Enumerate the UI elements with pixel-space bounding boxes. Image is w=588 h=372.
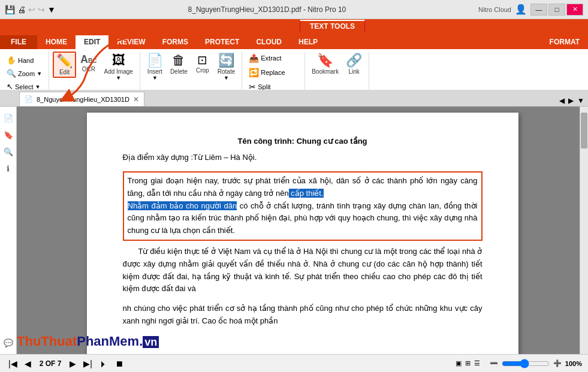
maximize-button[interactable]: □ [548,4,565,16]
bookmark-icon: 🔖 [317,54,333,67]
zoom-level: 100% [565,360,582,367]
extract-button[interactable]: 📤 Extract [246,52,284,65]
rotate-icon: 🔄 [218,54,234,67]
tab-forms[interactable]: FORMS [154,35,197,49]
document-tab-bar: 📄 8_NguyenTrungHieu_XD1301D ✕ ◀ ▶ ▼ [0,90,588,107]
watermark-thuat: Thuat [41,334,77,349]
document-tab[interactable]: 📄 8_NguyenTrungHieu_XD1301D ✕ [19,92,144,106]
view-double-icon[interactable]: ⊞ [465,359,471,367]
minimize-button[interactable]: — [530,4,547,16]
text-images-buttons: ✏️ Edit ABC OCR 🖼 Add Image ▼ [53,52,136,91]
ocr-button[interactable]: ABC OCR [77,52,99,74]
sidebar-search-icon[interactable]: 🔍 [2,145,15,158]
hand-tool-button[interactable]: ✋ Hand [4,54,45,66]
zoom-tool-button[interactable]: 🔍 Zoom ▼ [4,67,45,80]
insert-button[interactable]: 📄 Insert ▼ [144,52,166,83]
edit-icon: ✏️ [56,55,73,68]
user-avatar[interactable]: 👤 [515,4,527,15]
rotate-button[interactable]: 🔄 Rotate ▼ [215,52,238,83]
window-title: 8_NguyenTrungHieu_XD1301D.pdf - Nitro Pr… [56,5,478,14]
redo-icon[interactable]: ↪ [38,5,45,14]
replace-button[interactable]: 🔁 Replace [246,66,288,79]
prev-page-button[interactable]: ◀ [22,358,34,370]
page-info: 2 OF 7 [40,359,62,368]
replace-icon: 🔁 [249,68,259,77]
watermark-phan: Phan [77,334,109,349]
sidebar-comment-icon[interactable]: 💬 [2,336,15,349]
zoom-out-button[interactable]: ➖ [490,359,498,367]
stop-button[interactable]: ⏹ [113,358,126,370]
watermark-vn: vn [143,336,159,348]
paragraph2: Từ điều kiện thực tế ở Việt Nam và cụ th… [123,246,483,295]
tab-protect[interactable]: PROTECT [197,35,248,49]
doc-title: Tên công trình: Chung cư cao tầng [123,137,483,146]
view-single-icon[interactable]: ▣ [456,359,462,367]
page-marks-row1: 📤 Extract [246,52,288,65]
first-page-button[interactable]: |◀ [6,358,20,370]
zoom-slider[interactable] [502,359,550,368]
para1-highlighted: cấp thiết. [289,189,324,198]
undo-icon[interactable]: ↩ [28,5,35,14]
link-icon: 🔗 [346,54,362,67]
play-button[interactable]: ⏵ [97,358,110,370]
insert-dropdown-icon[interactable]: ▼ [152,75,158,81]
title-bar-left-icons: 💾 🖨 ↩ ↪ ▼ [5,5,56,14]
delete-icon: 🗑 [172,54,185,67]
close-button[interactable]: ✕ [566,4,583,16]
customize-icon[interactable]: ▼ [47,5,56,14]
pdf-page: Tên công trình: Chung cư cao tầng Địa đi… [87,113,518,354]
add-image-button[interactable]: 🖼 Add Image ▼ [101,52,136,83]
save-icon[interactable]: 💾 [5,5,15,14]
page-navigation: |◀ ◀ 2 OF 7 ▶ ▶| ⏵ ⏹ [6,358,126,370]
zoom-in-button[interactable]: ➕ [553,359,562,367]
tab-edit[interactable]: EDIT [76,35,108,49]
selected-text-block: Trong giai đoạn hiện nay, trước sự phát … [123,171,483,241]
watermark-mem: Mem [109,334,139,349]
vertical-scrollbar[interactable] [580,107,588,354]
add-image-icon: 🖼 [112,54,125,67]
tab-scroll-right[interactable]: ▶ [567,95,575,106]
delete-button[interactable]: 🗑 Delete [167,52,191,77]
sidebar-bookmarks-icon[interactable]: 🔖 [2,128,15,141]
tab-scroll-left[interactable]: ◀ [558,95,566,106]
pages-buttons: 📄 Insert ▼ 🗑 Delete ⊡ Crop 🔄 Rotate ▼ [144,52,238,91]
status-right: ▣ ⊞ ☰ ➖ ➕ 100% [456,359,582,368]
print-icon[interactable]: 🖨 [17,5,26,14]
ribbon-tabs: FILE HOME EDIT REVIEW FORMS PROTECT CLOU… [0,32,588,49]
zoom-icon: 🔍 [7,69,16,78]
tab-help[interactable]: HELP [290,35,326,49]
bookmark-button[interactable]: 🔖 Bookmark [309,52,342,77]
add-image-dropdown-icon[interactable]: ▼ [116,75,121,81]
link-button[interactable]: 🔗 Link [343,52,365,77]
last-page-button[interactable]: ▶| [81,358,95,370]
text-tools-indicator: TEXT TOOLS [0,19,588,32]
tab-close-button[interactable]: ✕ [133,95,139,104]
text-tools-tab[interactable]: TEXT TOOLS [300,20,365,32]
tab-scroll-controls: ◀ ▶ ▼ [558,95,586,106]
hand-icon: ✋ [7,56,16,65]
scroll-thumb[interactable] [581,113,587,149]
edit-button[interactable]: ✏️ Edit [53,52,76,78]
tab-format[interactable]: FORMAT [541,35,588,49]
rotate-dropdown-icon[interactable]: ▼ [224,75,229,81]
crop-button[interactable]: ⊡ Crop [192,52,213,75]
insert-icon: 📄 [147,54,163,67]
view-continuous-icon[interactable]: ☰ [474,359,480,367]
sidebar-pages-icon[interactable]: 📄 [2,111,15,125]
para1-text2: Nhằm đảm bảo cho người dân [128,201,237,210]
tab-scroll-down[interactable]: ▼ [576,95,586,106]
watermark: ThuThuatPhanMem.vn [17,334,159,349]
tab-home[interactable]: HOME [37,35,76,49]
paragraph3: nh chúng cho việc phát triển cơ sở hạ tầ… [123,303,483,328]
next-page-button[interactable]: ▶ [67,358,79,370]
tab-file[interactable]: FILE [0,35,37,49]
left-sidebar: 📄 🔖 🔍 ℹ 💬 [0,107,17,354]
paragraph1: Trong giai đoạn hiện nay, trước sự phát … [128,175,478,237]
doc-subtitle: Địa điểm xây dựng :Từ Liêm – Hà Nội. [123,153,483,162]
tab-cloud[interactable]: CLOUD [248,35,290,49]
nitro-cloud-label: Nitro Cloud [478,6,511,13]
zoom-dropdown-icon[interactable]: ▼ [37,71,42,77]
tab-review[interactable]: REVIEW [108,35,153,49]
sidebar-info-icon[interactable]: ℹ [2,162,15,175]
select-dropdown-icon[interactable]: ▼ [35,84,41,90]
